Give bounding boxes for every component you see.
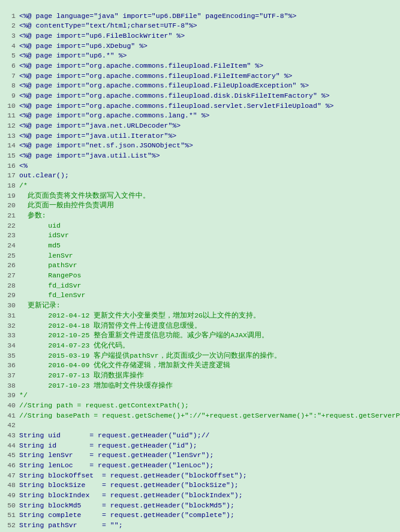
code-line: 22 uid bbox=[2, 221, 398, 231]
code-line: 32 2012-04-18 取消暂停文件上传进度信息缓慢。 bbox=[2, 321, 398, 331]
code-line: 51String complete = request.getHeader("c… bbox=[2, 510, 398, 521]
code-line: 15<%@ page import="java.util.List"%> bbox=[2, 151, 398, 161]
code-line: 34 2014-07-23 优化代码。 bbox=[2, 341, 398, 351]
code-line: 38 2017-10-23 增加临时文件块缓存操作 bbox=[2, 381, 398, 391]
line-text: 2014-07-23 优化代码。 bbox=[19, 341, 398, 351]
line-number: 34 bbox=[2, 341, 16, 351]
line-text: String complete = request.getHeader("com… bbox=[19, 510, 398, 521]
line-text: 此页面负责将文件块数据写入文件中。 bbox=[19, 191, 398, 201]
code-line: 50String blockMd5 = request.getHeader("b… bbox=[2, 501, 398, 511]
code-line: 25 lenSvr bbox=[2, 251, 398, 261]
line-number: 25 bbox=[2, 251, 16, 261]
code-line: 11<%@ page import="org.apache.commons.la… bbox=[2, 111, 398, 121]
line-number: 51 bbox=[2, 510, 16, 521]
code-line: 13<%@ page import="java.util.Iterator"%> bbox=[2, 131, 398, 141]
line-number: 11 bbox=[2, 111, 16, 121]
code-line: 39*/ bbox=[2, 391, 398, 401]
line-text: md5 bbox=[19, 241, 398, 251]
line-number: 4 bbox=[2, 41, 16, 52]
line-number: 45 bbox=[2, 451, 16, 461]
line-text: <%@ page import="up6.XDebug" %> bbox=[19, 41, 398, 52]
line-text: <%@ contentType="text/html;charset=UTF-8… bbox=[19, 21, 398, 31]
line-text: String lenLoc = request.getHeader("lenLo… bbox=[19, 461, 398, 471]
line-text: String blockIndex = request.getHeader("b… bbox=[19, 491, 398, 501]
line-text: idSvr bbox=[19, 231, 398, 241]
line-text: /* bbox=[19, 181, 398, 191]
line-text: <%@ page import="org.apache.commons.file… bbox=[19, 61, 398, 71]
line-number: 36 bbox=[2, 361, 16, 371]
code-line: 19 此页面负责将文件块数据写入文件中。 bbox=[2, 191, 398, 201]
line-number: 44 bbox=[2, 441, 16, 451]
code-line: 23 idSvr bbox=[2, 231, 398, 241]
line-text: //String path = request.getContextPath()… bbox=[19, 401, 398, 411]
line-text bbox=[19, 421, 398, 431]
line-number: 41 bbox=[2, 411, 16, 421]
line-text: //String basePath = request.getScheme()+… bbox=[19, 411, 400, 421]
code-line: 18/* bbox=[2, 181, 398, 191]
line-text: String blockSize = request.getHeader("bl… bbox=[19, 480, 398, 491]
code-line: 35 2015-03-19 客户端提供pathSvr，此页面或少一次访问数据库的… bbox=[2, 351, 398, 361]
code-line: 12<%@ page import="java.net.URLDecoder"%… bbox=[2, 121, 398, 131]
line-text: fd_lenSvr bbox=[19, 291, 398, 301]
line-number: 21 bbox=[2, 211, 16, 221]
line-text: <%@ page import="org.apache.commons.file… bbox=[19, 91, 398, 101]
code-line: 27 RangePos bbox=[2, 271, 398, 281]
line-number: 49 bbox=[2, 491, 16, 501]
line-number: 5 bbox=[2, 51, 16, 61]
line-text: String blockMd5 = request.getHeader("blo… bbox=[19, 501, 398, 511]
code-line: 33 2012-10-25 整合重新文件进度信息功能。减少客户端的AJAX调用。 bbox=[2, 331, 398, 341]
line-text: lenSvr bbox=[19, 251, 398, 261]
line-number: 32 bbox=[2, 321, 16, 331]
line-number: 19 bbox=[2, 191, 16, 201]
code-line: 17out.clear(); bbox=[2, 171, 398, 181]
code-line: 52String pathSvr = ""; bbox=[2, 521, 398, 531]
line-number: 24 bbox=[2, 241, 16, 251]
line-text: RangePos bbox=[19, 271, 398, 281]
line-text: <%@ page import="java.util.Iterator"%> bbox=[19, 131, 398, 141]
code-line: 7<%@ page import="org.apache.commons.fil… bbox=[2, 71, 398, 81]
line-number: 35 bbox=[2, 351, 16, 361]
line-number: 43 bbox=[2, 431, 16, 441]
code-line: 49String blockIndex = request.getHeader(… bbox=[2, 491, 398, 501]
line-text: <%@ page import="up6.*" %> bbox=[19, 51, 398, 61]
line-text: <%@ page import="org.apache.commons.file… bbox=[19, 71, 398, 81]
line-number: 14 bbox=[2, 141, 16, 151]
line-text: 2012-04-18 取消暂停文件上传进度信息缓慢。 bbox=[19, 321, 398, 331]
line-number: 13 bbox=[2, 131, 16, 141]
line-text: out.clear(); bbox=[19, 171, 398, 181]
line-text: String id = request.getHeader("id"); bbox=[19, 441, 398, 451]
line-text: <% bbox=[19, 161, 398, 171]
line-number: 38 bbox=[2, 381, 16, 391]
line-text: String pathSvr = ""; bbox=[19, 521, 398, 531]
line-text: String uid = request.getHeader("uid");// bbox=[19, 431, 398, 441]
line-text: <%@ page import="org.apache.commons.lang… bbox=[19, 111, 398, 121]
line-text: 2012-04-12 更新文件大小变量类型，增加对2G以上文件的支持。 bbox=[19, 311, 398, 321]
code-editor: 1<%@ page language="java" import="up6.DB… bbox=[0, 0, 400, 532]
line-number: 37 bbox=[2, 371, 16, 381]
line-number: 23 bbox=[2, 231, 16, 241]
line-number: 46 bbox=[2, 461, 16, 471]
line-text: 2015-03-19 客户端提供pathSvr，此页面或少一次访问数据库的操作。 bbox=[19, 351, 398, 361]
line-text: <%@ page import="java.net.URLDecoder"%> bbox=[19, 121, 398, 131]
code-line: 9<%@ page import="org.apache.commons.fil… bbox=[2, 91, 398, 101]
line-text: pathSvr bbox=[19, 261, 398, 271]
line-number: 18 bbox=[2, 181, 16, 191]
line-number: 16 bbox=[2, 161, 16, 171]
line-number: 29 bbox=[2, 291, 16, 301]
code-line: 10<%@ page import="org.apache.commons.fi… bbox=[2, 101, 398, 111]
line-number: 28 bbox=[2, 281, 16, 291]
line-text: String lenSvr = request.getHeader("lenSv… bbox=[19, 451, 398, 461]
line-text: <%@ page import="org.apache.commons.file… bbox=[19, 81, 398, 91]
line-number: 10 bbox=[2, 101, 16, 111]
code-line: 8<%@ page import="org.apache.commons.fil… bbox=[2, 81, 398, 91]
line-number: 20 bbox=[2, 201, 16, 211]
code-line: 42 bbox=[2, 421, 398, 431]
code-line: 26 pathSvr bbox=[2, 261, 398, 271]
code-line: 20 此页面一般由控件负责调用 bbox=[2, 201, 398, 211]
code-line: 16<% bbox=[2, 161, 398, 171]
line-number: 33 bbox=[2, 331, 16, 341]
line-number: 30 bbox=[2, 301, 16, 311]
line-number: 8 bbox=[2, 81, 16, 91]
code-line: 2<%@ contentType="text/html;charset=UTF-… bbox=[2, 21, 398, 31]
code-line: 36 2016-04-09 优化文件存储逻辑，增加新文件关进度逻辑 bbox=[2, 361, 398, 371]
